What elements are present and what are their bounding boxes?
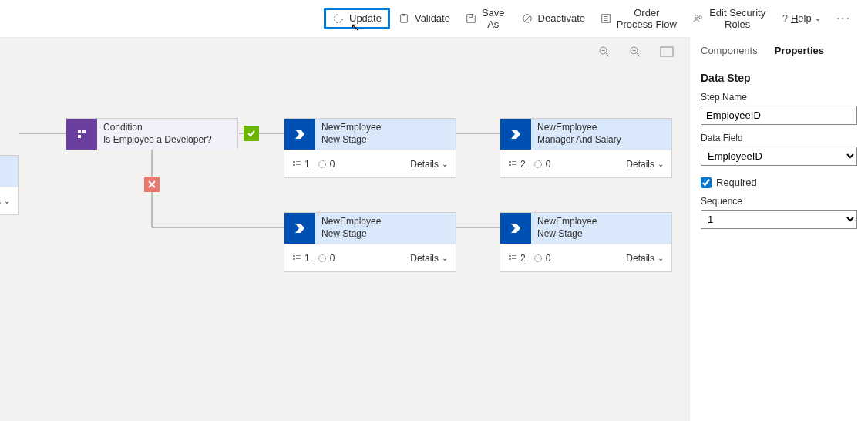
svg-rect-22 <box>293 161 295 163</box>
condition-card[interactable]: Condition Is Employee a Developer? <box>66 118 238 149</box>
details-label: Details <box>626 253 654 264</box>
refresh-icon <box>332 12 345 25</box>
stage-card-c[interactable]: NewEmployee New Stage 1 0 Details ⌄ <box>284 212 456 272</box>
details-toggle[interactable]: Details ⌄ <box>410 253 448 264</box>
stage-entity: NewEmployee <box>537 122 665 134</box>
stage-entity: NewEmployee <box>321 216 449 228</box>
main-area: ls ⌄ Condition Is Employee a Developer? <box>0 37 868 421</box>
update-button[interactable]: Update <box>324 8 390 29</box>
help-prefix: H <box>791 12 798 24</box>
stage-card-a[interactable]: NewEmployee New Stage 1 0 Details ⌄ <box>284 118 456 178</box>
svg-rect-27 <box>509 161 511 163</box>
more-commands-button[interactable]: ··· <box>829 8 859 29</box>
tab-components[interactable]: Components <box>701 45 758 56</box>
clipboard-icon <box>398 12 410 25</box>
required-checkbox[interactable] <box>701 177 712 188</box>
details-label: Details <box>410 253 439 264</box>
duration-count: 0 <box>533 159 551 170</box>
chevron-down-icon: ⌄ <box>815 14 821 22</box>
steps-count: 1 <box>292 159 310 170</box>
step-name-input[interactable] <box>701 106 857 125</box>
stage-icon <box>500 213 531 244</box>
save-icon <box>466 12 476 25</box>
validate-label: Validate <box>415 12 450 24</box>
properties-panel: Components Properties Data Step Step Nam… <box>689 37 868 421</box>
deactivate-label: Deactivate <box>538 12 585 24</box>
svg-point-31 <box>534 160 541 167</box>
order-label: Order Process Flow <box>616 7 678 30</box>
stage-card-partial[interactable]: ls ⌄ <box>0 155 19 215</box>
stage-entity: NewEmployee <box>537 216 665 228</box>
stage-entity: NewEmployee <box>321 122 449 134</box>
help-icon: ? <box>782 12 788 24</box>
steps-count: 1 <box>292 253 310 264</box>
step-name-label: Step Name <box>701 92 857 103</box>
stage-icon <box>500 119 531 150</box>
deactivate-button[interactable]: Deactivate <box>513 8 593 29</box>
svg-rect-28 <box>509 164 511 166</box>
required-label: Required <box>716 177 757 188</box>
svg-rect-23 <box>293 164 295 166</box>
stage-icon <box>284 119 315 150</box>
stage-card-d[interactable]: NewEmployee New Stage 2 0 Details ⌄ <box>500 212 672 272</box>
details-label: Details <box>626 159 654 170</box>
details-toggle[interactable]: Details ⌄ <box>410 159 448 170</box>
save-as-button[interactable]: Save As <box>458 2 513 35</box>
svg-rect-29 <box>512 161 516 162</box>
sequence-select[interactable]: 1 <box>701 210 857 229</box>
stage-name: New Stage <box>321 228 449 241</box>
steps-count: 2 <box>508 159 526 170</box>
condition-subtitle: Is Employee a Developer? <box>103 134 231 147</box>
chevron-down-icon: ⌄ <box>4 197 10 205</box>
stage-name: New Stage <box>537 228 665 241</box>
svg-rect-40 <box>512 258 516 259</box>
edit-security-roles-button[interactable]: Edit Security Roles <box>685 2 775 35</box>
svg-point-41 <box>534 254 541 261</box>
tab-properties[interactable]: Properties <box>775 45 824 56</box>
svg-rect-2 <box>469 14 472 17</box>
data-field-select[interactable]: EmployeeID <box>701 147 857 166</box>
svg-point-26 <box>318 160 325 167</box>
section-title: Data Step <box>701 72 857 84</box>
svg-rect-24 <box>296 161 301 162</box>
help-button[interactable]: ? Help ⌄ <box>775 8 829 29</box>
condition-title: Condition <box>103 122 231 134</box>
svg-rect-32 <box>293 255 295 257</box>
svg-rect-39 <box>512 255 516 256</box>
panel-tabs: Components Properties <box>690 37 868 62</box>
order-process-flow-button[interactable]: Order Process Flow <box>593 2 685 35</box>
steps-count: 2 <box>508 253 526 264</box>
details-toggle[interactable]: ls ⌄ <box>0 196 10 207</box>
details-toggle[interactable]: Details ⌄ <box>626 253 664 264</box>
chevron-down-icon: ⌄ <box>442 160 448 168</box>
stage-name: Manager And Salary <box>537 134 665 147</box>
details-label: Details <box>410 159 439 170</box>
sequence-label: Sequence <box>701 196 857 207</box>
svg-rect-37 <box>509 255 511 257</box>
svg-point-6 <box>695 15 698 18</box>
duration-count: 0 <box>533 253 551 264</box>
update-label: Update <box>349 12 382 24</box>
svg-rect-34 <box>296 255 301 256</box>
svg-point-7 <box>699 15 702 19</box>
condition-true-pill <box>244 126 259 141</box>
edit-security-label: Edit Security Roles <box>708 7 767 30</box>
svg-rect-1 <box>402 13 405 15</box>
svg-rect-30 <box>512 164 516 165</box>
details-toggle[interactable]: Details ⌄ <box>626 159 664 170</box>
svg-line-4 <box>524 15 530 21</box>
order-icon <box>601 12 611 25</box>
chevron-down-icon: ⌄ <box>658 160 664 168</box>
stage-name: New Stage <box>321 134 449 147</box>
condition-false-pill <box>144 177 160 192</box>
svg-point-36 <box>318 254 325 261</box>
data-field-label: Data Field <box>701 133 857 143</box>
chevron-down-icon: ⌄ <box>442 254 448 262</box>
people-icon <box>693 12 704 25</box>
validate-button[interactable]: Validate <box>390 8 458 29</box>
svg-rect-25 <box>296 164 301 165</box>
stage-card-b[interactable]: NewEmployee Manager And Salary 2 0 Detai… <box>500 118 672 178</box>
details-label: ls <box>0 196 1 207</box>
canvas-wrap: ls ⌄ Condition Is Employee a Developer? <box>0 37 689 421</box>
svg-rect-38 <box>509 258 511 260</box>
